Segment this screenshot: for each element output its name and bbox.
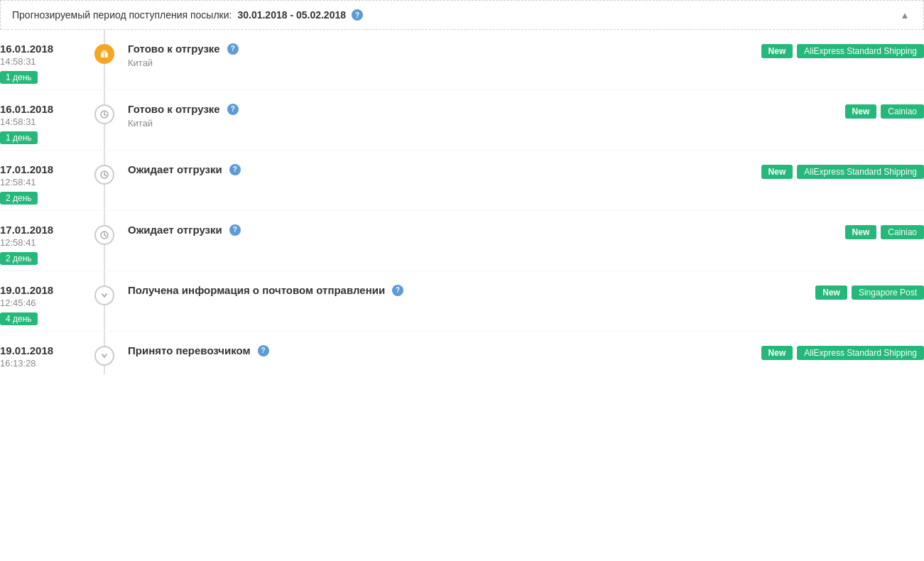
timeline-row: 19.01.201816:13:28 Принято перевозчиком?…	[0, 332, 924, 374]
timeline-wrapper: 16.01.201814:58:311 день Готово к отгруз…	[0, 30, 924, 374]
day-badge: 1 день	[0, 71, 38, 84]
content-col: Готово к отгрузке?Китай	[116, 103, 711, 129]
tags-col: NewSingapore Post	[711, 284, 924, 300]
event-question-icon[interactable]: ?	[227, 43, 239, 55]
event-question-icon[interactable]: ?	[229, 224, 241, 236]
date-text: 17.01.2018	[0, 224, 92, 236]
collapse-button[interactable]: ▲	[898, 8, 912, 22]
time-text: 12:45:46	[0, 298, 92, 308]
title-row: Готово к отгрузке?	[128, 43, 711, 55]
event-title: Получена информация о почтовом отправлен…	[128, 284, 385, 296]
icon-col	[92, 284, 116, 305]
tag-new: New	[845, 104, 877, 119]
tag-carrier: AliExpress Standard Shipping	[797, 44, 924, 58]
content-col: Ожидает отгрузки?	[116, 163, 711, 175]
event-question-icon[interactable]: ?	[229, 164, 241, 175]
event-question-icon[interactable]: ?	[258, 345, 269, 356]
chevron-up-icon: ▲	[901, 10, 910, 21]
timeline-row: 16.01.201814:58:311 день Готово к отгруз…	[0, 30, 924, 90]
time-text: 12:58:41	[0, 177, 92, 187]
date-text: 16.01.2018	[0, 103, 92, 115]
timeline-items: 16.01.201814:58:311 день Готово к отгруз…	[0, 30, 924, 374]
date-col: 17.01.201812:58:412 день	[0, 163, 92, 205]
timeline-icon	[94, 346, 114, 366]
header-bar: Прогнозируемый период поступления посылк…	[0, 0, 924, 30]
svg-line-8	[104, 175, 107, 176]
header-text-group: Прогнозируемый период поступления посылк…	[12, 9, 363, 21]
date-col: 16.01.201814:58:311 день	[0, 43, 92, 84]
event-location: Китай	[128, 118, 711, 129]
timeline-row: 16.01.201814:58:311 день Готово к отгруз…	[0, 90, 924, 151]
event-question-icon[interactable]: ?	[227, 104, 239, 115]
day-badge: 2 день	[0, 192, 38, 205]
title-row: Получена информация о почтовом отправлен…	[128, 284, 711, 296]
tags-col: NewAliExpress Standard Shipping	[711, 163, 924, 179]
timeline-icon	[94, 104, 114, 124]
content-col: Получена информация о почтовом отправлен…	[116, 284, 711, 296]
icon-col	[92, 103, 116, 124]
tags-col: NewAliExpress Standard Shipping	[711, 344, 924, 360]
timeline-icon	[94, 225, 114, 245]
icon-col	[92, 43, 116, 64]
timeline-icon	[94, 285, 114, 305]
tags-col: NewAliExpress Standard Shipping	[711, 43, 924, 58]
tag-new: New	[761, 346, 793, 360]
time-text: 14:58:31	[0, 116, 92, 127]
title-row: Принято перевозчиком?	[128, 344, 711, 356]
event-title: Ожидает отгрузки	[128, 224, 222, 236]
event-location: Китай	[128, 58, 711, 68]
icon-col	[92, 163, 116, 185]
tags-col: NewCainiao	[711, 224, 924, 239]
date-col: 17.01.201812:58:412 день	[0, 224, 92, 265]
date-text: 16.01.2018	[0, 43, 92, 55]
tag-carrier: Cainiao	[881, 225, 924, 239]
tag-carrier: AliExpress Standard Shipping	[797, 346, 924, 360]
day-badge: 1 день	[0, 131, 38, 144]
date-col: 19.01.201812:45:464 день	[0, 284, 92, 325]
tag-carrier: AliExpress Standard Shipping	[797, 165, 924, 179]
tags-col: NewCainiao	[711, 103, 924, 119]
content-col: Принято перевозчиком?	[116, 344, 711, 356]
day-badge: 4 день	[0, 312, 38, 325]
title-row: Готово к отгрузке?	[128, 103, 711, 115]
event-question-icon[interactable]: ?	[392, 285, 403, 296]
tag-new: New	[815, 285, 847, 300]
title-row: Ожидает отгрузки?	[128, 224, 711, 236]
tag-new: New	[845, 225, 877, 239]
timeline-row: 17.01.201812:58:412 день Ожидает отгрузк…	[0, 211, 924, 271]
day-badge: 2 день	[0, 252, 38, 265]
tag-carrier: Cainiao	[881, 104, 924, 119]
header-date-range: 30.01.2018 - 05.02.2018	[237, 9, 346, 21]
icon-col	[92, 344, 116, 366]
timeline-icon	[94, 44, 114, 64]
time-text: 16:13:28	[0, 358, 92, 369]
time-text: 12:58:41	[0, 237, 92, 248]
svg-line-11	[104, 235, 107, 236]
date-col: 19.01.201816:13:28	[0, 344, 92, 369]
timeline-row: 19.01.201812:45:464 день Получена информ…	[0, 271, 924, 332]
svg-line-5	[104, 114, 107, 116]
date-text: 19.01.2018	[0, 284, 92, 296]
page-wrapper: Прогнозируемый период поступления посылк…	[0, 0, 924, 374]
event-title: Ожидает отгрузки	[128, 163, 222, 175]
date-text: 17.01.2018	[0, 163, 92, 175]
icon-col	[92, 224, 116, 245]
event-title: Готово к отгрузке	[128, 103, 220, 115]
content-col: Готово к отгрузке?Китай	[116, 43, 711, 68]
title-row: Ожидает отгрузки?	[128, 163, 711, 175]
event-title: Готово к отгрузке	[128, 43, 220, 55]
content-col: Ожидает отгрузки?	[116, 224, 711, 236]
event-title: Принято перевозчиком	[128, 344, 251, 356]
tag-new: New	[761, 44, 793, 58]
tag-new: New	[761, 165, 793, 179]
header-label: Прогнозируемый период поступления посылк…	[12, 9, 232, 21]
tag-carrier: Singapore Post	[852, 285, 924, 300]
header-question-icon[interactable]: ?	[352, 9, 363, 21]
date-col: 16.01.201814:58:311 день	[0, 103, 92, 144]
date-text: 19.01.2018	[0, 344, 92, 356]
timeline-row: 17.01.201812:58:412 день Ожидает отгрузк…	[0, 151, 924, 211]
time-text: 14:58:31	[0, 56, 92, 67]
timeline-icon	[94, 165, 114, 185]
